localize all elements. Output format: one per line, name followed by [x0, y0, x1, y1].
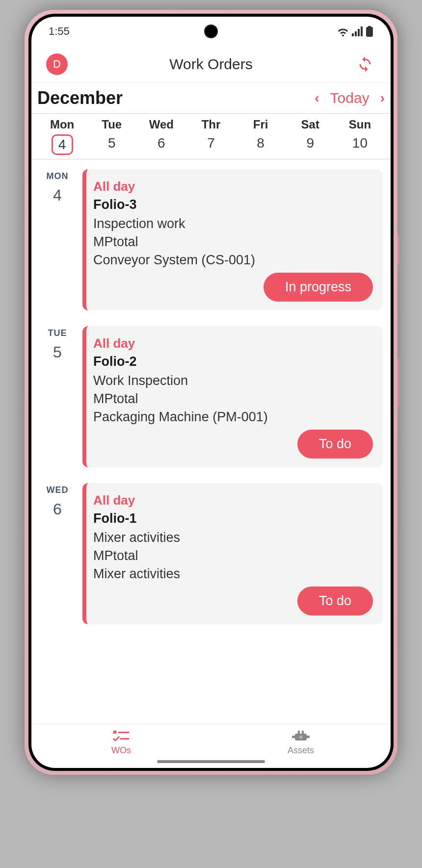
svg-rect-1 — [355, 31, 357, 36]
power-button[interactable] — [397, 358, 399, 407]
nav-label: WOs — [111, 745, 131, 756]
status-badge[interactable]: In progress — [264, 273, 373, 302]
month-nav: ‹ Today › — [315, 90, 385, 106]
day-sun[interactable]: Sun10 — [335, 118, 385, 155]
phone-inner: 1:55 D Work Orders December ‹ Today — [28, 14, 394, 771]
card-asset: Conveyor System (CS-001) — [93, 253, 373, 268]
nav-label: Assets — [288, 745, 314, 756]
month-label: December — [37, 88, 123, 108]
entry-date: WED 6 — [39, 483, 76, 624]
svg-rect-2 — [358, 29, 360, 36]
card-company: MPtotal — [93, 391, 373, 407]
card-description: Work Inspection — [93, 373, 373, 388]
page-title: Work Orders — [169, 56, 252, 73]
prev-week-button[interactable]: ‹ — [315, 90, 319, 106]
status-icons — [337, 26, 373, 37]
phone-frame: 1:55 D Work Orders December ‹ Today — [25, 10, 397, 775]
card-title: Folio-2 — [93, 354, 373, 369]
status-badge[interactable]: To do — [297, 587, 373, 615]
svg-rect-12 — [298, 731, 300, 735]
card-time: All day — [93, 493, 373, 508]
work-orders-list[interactable]: MON 4 All day Folio-3 Inspection work MP… — [31, 159, 391, 724]
svg-rect-10 — [292, 736, 296, 738]
wifi-icon — [337, 26, 349, 36]
today-button[interactable]: Today — [330, 90, 369, 106]
card-status-row: To do — [93, 587, 373, 615]
svg-rect-11 — [306, 736, 310, 738]
card-time: All day — [93, 336, 373, 351]
refresh-icon — [357, 56, 373, 73]
month-bar: December ‹ Today › — [31, 83, 391, 113]
entry-date: MON 4 — [39, 169, 76, 310]
card-asset: Packaging Machine (PM-001) — [93, 409, 373, 425]
assets-icon — [292, 730, 310, 743]
svg-rect-8 — [120, 738, 129, 740]
day-thr[interactable]: Thr7 — [186, 118, 236, 155]
tab-work-orders[interactable]: WOs — [31, 724, 211, 761]
card-status-row: To do — [93, 430, 373, 459]
avatar[interactable]: D — [46, 53, 68, 75]
list-item: TUE 5 All day Folio-2 Work Inspection MP… — [39, 326, 383, 467]
svg-point-14 — [299, 736, 302, 739]
screen: 1:55 D Work Orders December ‹ Today — [31, 17, 391, 768]
camera-cutout — [204, 25, 218, 38]
status-badge[interactable]: To do — [297, 430, 373, 459]
svg-rect-13 — [302, 731, 304, 735]
card-description: Mixer activities — [93, 530, 373, 545]
list-item: MON 4 All day Folio-3 Inspection work MP… — [39, 169, 383, 310]
card-title: Folio-3 — [93, 197, 373, 212]
day-wed[interactable]: Wed6 — [136, 118, 186, 155]
svg-rect-7 — [118, 732, 129, 733]
list-item: WED 6 All day Folio-1 Mixer activities M… — [39, 483, 383, 624]
work-order-card[interactable]: All day Folio-3 Inspection work MPtotal … — [82, 169, 383, 310]
entry-date: TUE 5 — [39, 326, 76, 467]
day-sat[interactable]: Sat9 — [286, 118, 335, 155]
svg-rect-5 — [366, 27, 373, 37]
battery-icon — [366, 26, 373, 37]
svg-rect-0 — [352, 33, 354, 36]
tab-assets[interactable]: Assets — [211, 724, 391, 761]
day-fri[interactable]: Fri8 — [236, 118, 286, 155]
svg-rect-3 — [361, 26, 363, 36]
card-time: All day — [93, 179, 373, 194]
card-status-row: In progress — [93, 273, 373, 302]
svg-rect-6 — [113, 731, 116, 734]
card-description: Inspection work — [93, 216, 373, 231]
clock-time: 1:55 — [49, 25, 70, 38]
card-asset: Mixer activities — [93, 566, 373, 582]
day-mon[interactable]: Mon4 — [37, 118, 87, 155]
signal-icon — [352, 26, 363, 36]
card-company: MPtotal — [93, 234, 373, 250]
work-order-card[interactable]: All day Folio-1 Mixer activities MPtotal… — [82, 483, 383, 624]
volume-up-button[interactable] — [397, 235, 399, 265]
home-indicator[interactable] — [157, 760, 265, 763]
next-week-button[interactable]: › — [380, 90, 385, 106]
card-title: Folio-1 — [93, 511, 373, 526]
app-header: D Work Orders — [31, 46, 391, 83]
work-orders-icon — [112, 730, 130, 743]
day-tue[interactable]: Tue5 — [87, 118, 136, 155]
week-row: Mon4 Tue5 Wed6 Thr7 Fri8 Sat9 Sun10 — [31, 113, 391, 159]
refresh-button[interactable] — [354, 53, 376, 75]
work-order-card[interactable]: All day Folio-2 Work Inspection MPtotal … — [82, 326, 383, 467]
card-company: MPtotal — [93, 548, 373, 563]
